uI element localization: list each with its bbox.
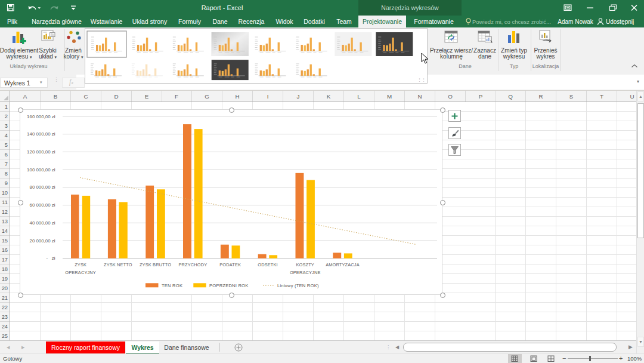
svg-text:OPERACYJNE: OPERACYJNE [290,270,321,275]
svg-text:ODSETKI: ODSETKI [258,262,278,267]
svg-text:AMORTYZACJA: AMORTYZACJA [326,262,360,267]
svg-text:TEN ROK: TEN ROK [162,283,182,288]
svg-text:80 000,00 zł: 80 000,00 zł [30,184,55,190]
svg-text:- zł: - zł [47,256,55,261]
svg-text:40 000,00 zł: 40 000,00 zł [30,220,55,226]
svg-text:ZYSK NETTO: ZYSK NETTO [104,262,132,267]
svg-text:60 000,00 zł: 60 000,00 zł [30,202,55,208]
svg-text:20 000,00 zł: 20 000,00 zł [30,238,55,244]
svg-text:ZYSK: ZYSK [75,262,86,267]
svg-text:POPRZEDNI ROK: POPRZEDNI ROK [209,283,248,288]
svg-text:KOSZTY: KOSZTY [296,262,314,267]
svg-text:OPERACYJNY: OPERACYJNY [65,270,96,275]
svg-text:PRZYCHODY: PRZYCHODY [179,262,208,267]
svg-text:160 000,00 zł: 160 000,00 zł [27,114,55,119]
svg-text:ZYSK BRUTTO: ZYSK BRUTTO [140,262,171,267]
svg-text:100 000,00 zł: 100 000,00 zł [27,167,55,173]
svg-text:Liniowy (TEN ROK): Liniowy (TEN ROK) [277,283,319,288]
svg-text:PODATEK: PODATEK [219,262,241,267]
svg-text:140 000,00 zł: 140 000,00 zł [27,131,55,137]
svg-text:120 000,00 zł: 120 000,00 zł [27,149,55,155]
